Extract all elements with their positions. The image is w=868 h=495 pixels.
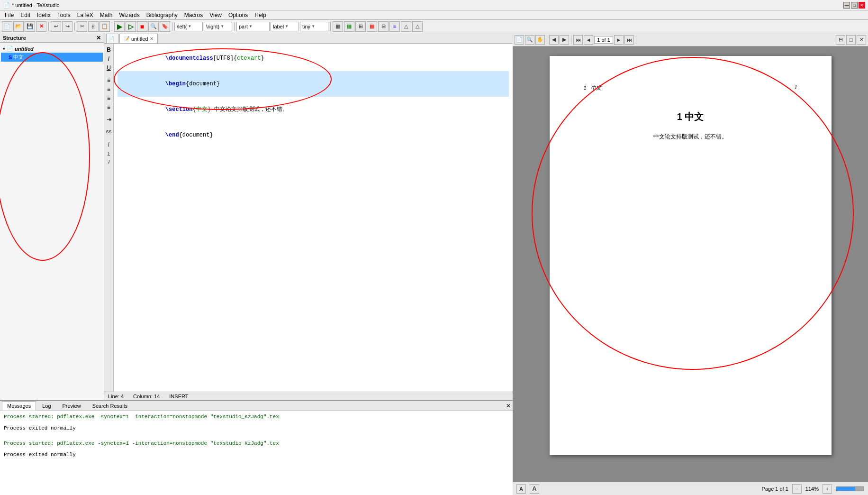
code-span: } <box>261 55 264 62</box>
log-line-1: Process started: pdflatex.exe -synctex=1… <box>4 413 509 421</box>
open-file-button[interactable]: 📂 <box>13 21 24 32</box>
bottom-tab-preview[interactable]: Preview <box>57 401 86 411</box>
part-dropdown[interactable]: part ▼ <box>236 22 270 31</box>
structure-close-button[interactable]: ✕ <box>96 35 101 41</box>
new-file-button[interactable]: 📄 <box>2 21 12 32</box>
menu-item-view[interactable]: View <box>207 11 225 19</box>
editor-tab-untitled[interactable]: 📝 untitled ✕ <box>119 34 158 43</box>
bold-button[interactable]: B <box>105 46 113 54</box>
menu-item-idefix[interactable]: Idefix <box>34 11 54 19</box>
menu-item-macros[interactable]: Macros <box>181 11 206 19</box>
pdf-toggle-btn[interactable]: 📄 <box>515 35 524 45</box>
paste-button[interactable]: 📋 <box>99 21 110 32</box>
align-left-btn[interactable]: ≡ <box>105 76 113 84</box>
math-btn3[interactable]: ⊞ <box>355 21 366 32</box>
pdf-prev-btn[interactable]: ◄ <box>584 35 593 45</box>
run-button[interactable]: ▷ <box>126 21 136 32</box>
minimize-button[interactable]: — <box>843 2 850 9</box>
pdf-last-btn[interactable]: ⏭ <box>624 35 634 45</box>
bottom-tabs: Messages Log Preview Search Results ✕ <box>0 401 513 411</box>
tab-doc-icon: 📝 <box>124 36 129 41</box>
redo-button[interactable]: ↪ <box>62 21 72 32</box>
cut-button[interactable]: ✂ <box>77 21 87 32</box>
pdf-font-smaller-btn[interactable]: A <box>516 484 526 494</box>
special-btn1[interactable]: SS <box>105 128 113 136</box>
title-bar: 📄 * untitled - TeXstudio — □ ✕ <box>0 0 868 10</box>
bottom-panel-close-button[interactable]: ✕ <box>506 403 511 409</box>
tree-item-untitled[interactable]: ▾ 📄 untitled <box>1 45 103 53</box>
right-paren-dropdown[interactable]: \right) ▼ <box>204 22 232 31</box>
bottom-tab-log[interactable]: Log <box>37 401 56 411</box>
tiny-dropdown[interactable]: tiny ▼ <box>300 22 328 31</box>
code-span: {document} <box>179 132 213 138</box>
underline-button[interactable]: U <box>105 64 113 72</box>
stop-button[interactable]: ■ <box>137 21 147 32</box>
body-text-content: 中文论文排版测试，还不错。 <box>653 133 727 140</box>
math-btn4[interactable]: ▦ <box>367 21 377 32</box>
align-justify-btn[interactable]: ≡ <box>105 103 113 111</box>
italic-button[interactable]: I <box>105 55 113 63</box>
tree-label-untitled: untitled <box>15 46 34 52</box>
menu-item-options[interactable]: Options <box>226 11 251 19</box>
pdf-fwd-btn[interactable]: ▶ <box>560 35 569 45</box>
search-button[interactable]: 🔍 <box>148 21 159 32</box>
pdf-zoom-in-btn[interactable]: + <box>823 484 832 494</box>
math-btn6[interactable]: ≡ <box>389 21 400 32</box>
pdf-hand-btn[interactable]: ✋ <box>535 35 545 45</box>
bottom-tab-preview-label: Preview <box>63 403 81 409</box>
tree-icon-untitled: 📄 <box>7 46 13 52</box>
title-bar-right[interactable]: — □ ✕ <box>843 2 865 9</box>
label-dropdown[interactable]: label ▼ <box>271 22 299 31</box>
close-file-button[interactable]: ✕ <box>36 21 46 32</box>
math-btn1[interactable]: ▦ <box>333 21 343 32</box>
bottom-tab-messages[interactable]: Messages <box>2 401 36 411</box>
pdf-next-btn[interactable]: ► <box>614 35 624 45</box>
menu-item-latex[interactable]: LaTeX <box>74 11 96 19</box>
math-inline-btn[interactable]: ∫ <box>105 140 113 148</box>
menu-item-math[interactable]: Math <box>97 11 116 19</box>
math-btn2[interactable]: ▦ <box>344 21 354 32</box>
pdf-back-btn[interactable]: ◀ <box>549 35 559 45</box>
pdf-zoom-slider[interactable] <box>836 487 855 491</box>
maximize-button[interactable]: □ <box>851 2 858 9</box>
align-right-btn[interactable]: ≡ <box>105 94 113 102</box>
pdf-toc-item: 1 中文 <box>584 84 601 92</box>
pdf-page-info: Page 1 of 1 <box>762 486 788 492</box>
pdf-zoom-out-btn[interactable]: − <box>792 484 802 494</box>
pdf-win-close-btn[interactable]: ✕ <box>857 35 866 45</box>
code-editor[interactable]: \documentclass[UTF8]{ctexart} \begin{doc… <box>114 44 513 392</box>
bookmark-button[interactable]: 🔖 <box>160 21 170 32</box>
tree-item-zhongwen[interactable]: S 中文 <box>1 53 103 62</box>
menu-item-wizards[interactable]: Wizards <box>116 11 142 19</box>
code-line-1: \documentclass[UTF8]{ctexart} <box>118 46 509 71</box>
pdf-font-larger-btn[interactable]: A <box>530 484 539 494</box>
menu-item-tools[interactable]: Tools <box>54 11 73 19</box>
close-button[interactable]: ✕ <box>859 2 865 9</box>
menu-item-bibliography[interactable]: Bibliography <box>144 11 181 19</box>
tab-close-button[interactable]: ✕ <box>150 36 154 41</box>
code-line-4: \end{document} <box>118 122 509 148</box>
math-display-btn[interactable]: ∑ <box>105 149 113 157</box>
pdf-win-max-btn[interactable]: □ <box>846 35 856 45</box>
math-btn7[interactable]: △ <box>401 21 411 32</box>
math-btn5[interactable]: ⊟ <box>378 21 389 32</box>
pdf-zoom-btn[interactable]: 🔍 <box>525 35 534 45</box>
left-paren-dropdown[interactable]: \left( ▼ <box>174 22 203 31</box>
copy-button[interactable]: ⎘ <box>88 21 99 32</box>
undo-button[interactable]: ↩ <box>51 21 61 32</box>
menu-item-help[interactable]: Help <box>252 11 269 19</box>
bottom-tab-search-results[interactable]: Search Results <box>87 401 133 411</box>
pdf-first-btn[interactable]: ⏮ <box>573 35 583 45</box>
math-frac-btn[interactable]: √ <box>105 158 113 166</box>
align-center-btn[interactable]: ≡ <box>105 85 113 93</box>
compile-run-button[interactable]: ▶ <box>114 21 125 32</box>
pdf-content[interactable]: 1 中文 1 1 中文 中文论文排版测试，还不错。 <box>513 46 868 482</box>
menu-item-file[interactable]: File <box>2 11 17 19</box>
math-btn8[interactable]: △ <box>412 21 423 32</box>
pdf-page-number[interactable]: 1 of 1 <box>594 36 613 44</box>
menu-item-edit[interactable]: Edit <box>18 11 33 19</box>
code-span: ctexart <box>237 55 261 62</box>
indent-btn[interactable]: ⇥ <box>105 115 113 124</box>
pdf-win-restore-btn[interactable]: ⊟ <box>836 35 845 45</box>
save-file-button[interactable]: 💾 <box>25 21 35 32</box>
